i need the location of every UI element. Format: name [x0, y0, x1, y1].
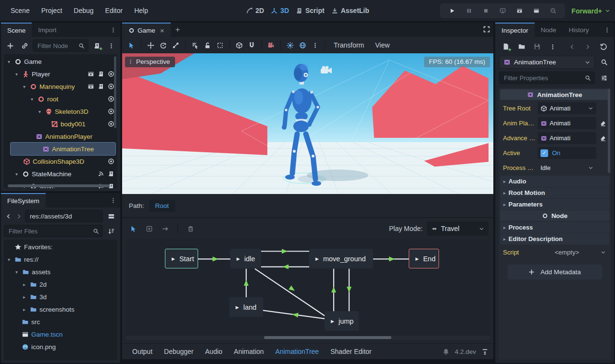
close-tab-icon[interactable]: × — [160, 26, 164, 35]
tree-row-body001[interactable]: body001 — [4, 118, 117, 130]
resource-extra-menu-icon[interactable] — [547, 40, 558, 53]
clear-property-button[interactable] — [598, 120, 608, 127]
tree-row-root[interactable]: ▾ root — [4, 93, 117, 105]
tree-row-mannequiny[interactable]: ▾ Mannequiny — [4, 80, 117, 93]
collapse-chevron[interactable]: ▾ — [21, 84, 27, 89]
tree-row-statemachine[interactable]: ▾ StateMachine — [4, 168, 117, 180]
split-view-button[interactable] — [105, 210, 117, 222]
lock-selected-button[interactable] — [201, 39, 213, 51]
history-forward-button[interactable] — [582, 40, 593, 53]
visibility-icon[interactable] — [108, 71, 114, 77]
visibility-icon[interactable] — [108, 158, 114, 165]
local-space-button[interactable] — [233, 39, 245, 51]
fs-row-game-tscn[interactable]: Game.tscn — [4, 328, 117, 340]
state-node-idle[interactable]: ▶idle — [230, 249, 261, 268]
stop-button[interactable] — [479, 5, 492, 17]
movie-maker-button[interactable] — [547, 5, 559, 17]
scene-tree-vertical-scrollbar[interactable] — [114, 56, 116, 128]
advance-expression-picker[interactable]: Animati — [538, 132, 596, 144]
scene-tree-menu-icon[interactable] — [105, 39, 117, 52]
workspace-3d-button[interactable]: 3D — [271, 7, 289, 14]
select-mode-button[interactable] — [126, 39, 138, 51]
new-resource-button[interactable]: + — [500, 40, 512, 53]
clear-property-button[interactable] — [598, 135, 608, 142]
property-tools-button[interactable] — [598, 72, 610, 84]
panel-shader-editor[interactable]: Shader Editor — [325, 345, 377, 358]
collapse-chevron[interactable]: ▾ — [6, 59, 12, 64]
scene-tab-game[interactable]: Game × — [122, 23, 171, 37]
group-root-motion[interactable]: ▸Root Motion — [500, 187, 609, 198]
sort-files-button[interactable] — [105, 225, 117, 237]
3d-viewport[interactable]: Perspective FPS: 60 (16.67 ms) — [122, 53, 493, 194]
sm-delete-button[interactable] — [184, 222, 197, 235]
tab-filesystem[interactable]: FileSystem — [1, 193, 46, 207]
group-audio[interactable]: ▸Audio — [500, 176, 609, 187]
panel-output[interactable]: Output — [127, 345, 158, 358]
state-node-move-ground[interactable]: ▶move_ground — [309, 249, 373, 268]
menu-debug[interactable]: Debug — [69, 4, 98, 17]
fs-row-2d[interactable]: ▸ 2d — [4, 278, 117, 291]
tab-node[interactable]: Node — [535, 23, 563, 37]
tree-row-game[interactable]: ▾ Game — [4, 55, 117, 68]
graph-horizontal-scrollbar[interactable] — [126, 336, 489, 340]
sm-create-node-button[interactable] — [143, 222, 155, 235]
group-editor-description[interactable]: ▸Editor Description — [500, 233, 609, 244]
add-node-button[interactable] — [4, 39, 16, 52]
panel-debugger[interactable]: Debugger — [159, 345, 199, 358]
menu-help[interactable]: Help — [129, 4, 153, 17]
workspace-assetlib-button[interactable]: AssetLib — [331, 7, 369, 14]
expand-chevron[interactable]: ▸ — [21, 282, 27, 287]
snap-mode-button[interactable] — [246, 39, 258, 51]
perspective-menu[interactable]: Perspective — [125, 57, 175, 67]
process-callback-dropdown[interactable]: Idle — [538, 162, 596, 174]
statemachine-graph[interactable]: ▶Start ▶idle ▶move_ground ▶End ▶land ▶ju… — [126, 239, 489, 340]
tree-row-animationtree-selected[interactable]: AnimationTree — [11, 143, 115, 155]
filter-files-input[interactable] — [8, 227, 90, 235]
collapse-chevron[interactable]: ▾ — [13, 72, 20, 77]
fs-row-favorites[interactable]: Favorites: — [4, 241, 117, 253]
open-documentation-button[interactable] — [598, 56, 610, 69]
history-back-button[interactable] — [566, 40, 578, 53]
script-icon[interactable] — [108, 170, 114, 177]
renderer-selector[interactable]: Forward+ — [572, 0, 610, 22]
play-button[interactable] — [446, 5, 458, 17]
filter-node-field[interactable] — [33, 39, 88, 52]
fs-row-res[interactable]: ▾ res:// — [4, 253, 117, 266]
notification-bell-icon[interactable] — [442, 348, 450, 355]
checkbox-checked-icon[interactable]: ✓ — [540, 149, 548, 157]
sm-connect-nodes-button[interactable] — [159, 222, 171, 235]
signal-icon[interactable] — [98, 170, 104, 177]
group-parameters[interactable]: ▸Parameters — [500, 199, 609, 210]
tree-root-resource-picker[interactable]: Animati — [538, 102, 596, 114]
current-path-input[interactable] — [29, 212, 99, 220]
instance-scene-button[interactable] — [18, 39, 31, 52]
tab-history[interactable]: History — [563, 23, 595, 37]
add-metadata-button[interactable]: Add Metadata — [508, 265, 602, 279]
fs-row-src[interactable]: src — [4, 315, 117, 328]
scrollbar-thumb[interactable] — [264, 336, 391, 339]
expand-bottom-panel-icon[interactable] — [481, 348, 489, 355]
sun-environment-menu-icon[interactable] — [309, 39, 321, 51]
toggle-environment-button[interactable] — [297, 39, 309, 51]
nav-back-button[interactable] — [4, 210, 13, 222]
state-node-jump[interactable]: ▶jump — [325, 311, 359, 331]
tree-row-skeleton3d[interactable]: ▾ Skeleton3D — [4, 105, 117, 118]
state-node-end[interactable]: ▶End — [409, 249, 439, 268]
dock-menu-icon[interactable] — [600, 23, 614, 37]
panel-animationtree[interactable]: AnimationTree — [270, 345, 325, 358]
workspace-script-button[interactable]: Script — [296, 7, 325, 14]
tree-row-animationplayer[interactable]: AnimationPlayer — [4, 130, 117, 143]
script-icon[interactable] — [98, 71, 104, 77]
transform-menu[interactable]: Transform — [328, 39, 369, 51]
current-path-field[interactable] — [25, 210, 103, 222]
tree-row-collisionshape3d[interactable]: CollisionShape3D — [4, 155, 117, 168]
inspector-vertical-scrollbar[interactable] — [608, 89, 610, 173]
edit-history-button[interactable] — [598, 40, 609, 53]
play-mode-select[interactable]: Travel — [427, 221, 489, 236]
visibility-icon[interactable] — [108, 96, 114, 102]
collapse-chevron[interactable]: ▾ — [6, 257, 12, 262]
save-resource-button[interactable] — [531, 40, 543, 53]
play-custom-scene-button[interactable] — [530, 5, 542, 17]
tab-import[interactable]: Import — [32, 23, 63, 37]
panel-audio[interactable]: Audio — [200, 345, 228, 358]
